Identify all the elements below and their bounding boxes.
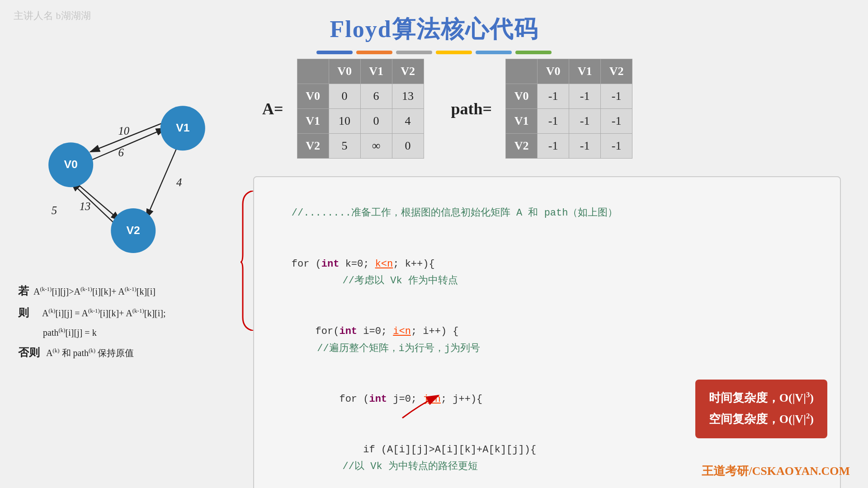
svg-text:V0: V0 [64,158,78,170]
bar-green [515,51,552,54]
formula-then-label: 则 [18,302,29,324]
complexity-time: 时间复杂度，O(|V|3) [709,388,814,409]
edge-weight-10: 10 [118,125,129,137]
matrix-path-cell-v0-v0: -1 [538,84,569,109]
matrix-a-cell-v0-v2: 13 [392,84,424,109]
matrix-a-table: V0 V1 V2 V0 0 6 13 V1 10 0 4 [297,59,424,159]
branding: 王道考研/CSKAOYAN.COM [702,463,850,479]
graph-svg: 10 6 13 5 4 V0 V1 V2 [18,72,244,253]
matrices-area: A= V0 V1 V2 V0 0 6 13 V1 10 [262,59,632,159]
bar-blue [316,51,353,54]
matrix-path-cell-v1-v1: -1 [569,109,601,134]
bar-orange [356,51,392,54]
matrix-a-cell-v2-v1: ∞ [360,134,392,159]
matrix-a-cell-v0-v1: 6 [360,84,392,109]
matrix-path-cell-v2-v2: -1 [601,134,632,159]
matrix-a-cell-v2-v2: 0 [392,134,424,159]
complexity-box: 时间复杂度，O(|V|3) 空间复杂度，O(|V|2) [695,380,827,438]
matrix-a-cell-v0-v0: 0 [329,84,360,109]
code-line1: for (int k=0; k<n; k++){ //考虑以 Vk 作为中转点 [268,239,826,306]
formula-condition-label: 若 [18,280,29,302]
matrix-a-cell-v1-v0: 10 [329,109,360,134]
matrix-path-cell-v2-v1: -1 [569,134,601,159]
code-line2: for(int i=0; i<n; i++) { //遍历整个矩阵，i为行号，j… [268,306,826,374]
complexity-space: 空间复杂度，O(|V|2) [709,409,814,430]
svg-text:V2: V2 [127,224,140,236]
matrix-a-header-empty [297,59,329,84]
matrix-a-cell-v1-v2: 4 [392,109,424,134]
matrix-path-cell-v1-v2: -1 [601,109,632,134]
svg-line-5 [146,139,180,219]
matrix-a-header-v2: V2 [392,59,424,84]
matrix-a-cell-v1-v1: 0 [360,109,392,134]
matrix-path-row-v1-header: V1 [506,109,538,134]
matrix-path-row-v0-header: V0 [506,84,538,109]
color-bar [0,51,868,54]
svg-text:V1: V1 [176,122,190,134]
matrix-path-cell-v2-v0: -1 [538,134,569,159]
matrix-a-wrapper: A= V0 V1 V2 V0 0 6 13 V1 10 [262,59,424,159]
header: Floyd算法核心代码 [0,0,868,54]
red-brace-svg [241,191,256,331]
edge-weight-5: 5 [52,204,57,216]
formula-else-label: 否则 [18,342,40,363]
matrix-path-header-v1: V1 [569,59,601,84]
matrix-a-header-v0: V0 [329,59,360,84]
code-comment-init: //........准备工作，根据图的信息初始化矩阵 A 和 path（如上图） [268,188,826,239]
formula-row-else: 否则 A(k) 和 path(k) 保持原值 [18,342,165,363]
formula-path-text: path(k)[i][j] = k [43,324,97,342]
bar-yellow [436,51,472,54]
bar-gray [396,51,432,54]
matrix-path-header-v0: V0 [538,59,569,84]
matrix-path-cell-v0-v2: -1 [601,84,632,109]
matrix-a-label: A= [262,99,283,118]
matrix-a-row-v2-header: V2 [297,134,329,159]
matrix-path-header-v2: V2 [601,59,632,84]
formula-condition-text: A(k-1)[i][j]>A(k-1)[i][k]+ A(k-1)[k][i] [33,282,156,300]
edge-weight-6: 6 [118,146,124,159]
matrix-a-row-v0-header: V0 [297,84,329,109]
svg-line-4 [71,182,114,223]
matrix-path-row-v2-header: V2 [506,134,538,159]
page-title: Floyd算法核心代码 [0,14,868,45]
bar-lightblue [476,51,512,54]
matrix-path-cell-v0-v1: -1 [569,84,601,109]
matrix-a-row-v1-header: V1 [297,109,329,134]
matrix-path-wrapper: path= V0 V1 V2 V0 -1 -1 -1 V1 [451,59,633,159]
formula-else-text: A(k) 和 path(k) 保持原值 [44,344,134,362]
formula-area: 若 A(k-1)[i][j]>A(k-1)[i][k]+ A(k-1)[k][i… [18,280,165,363]
matrix-path-header-empty [506,59,538,84]
code-area: //........准备工作，根据图的信息初始化矩阵 A 和 path（如上图）… [253,176,841,488]
matrix-path-table: V0 V1 V2 V0 -1 -1 -1 V1 -1 -1 -1 [505,59,632,159]
graph-area: 10 6 13 5 4 V0 V1 V2 [18,72,244,262]
edge-weight-4: 4 [176,176,182,188]
matrix-a-cell-v2-v0: 5 [329,134,360,159]
matrix-path-cell-v1-v0: -1 [538,109,569,134]
formula-row-path: path(k)[i][j] = k [43,324,165,342]
matrix-a-header-v1: V1 [360,59,392,84]
watermark: 主讲人名 b湖湖湖 [14,9,91,23]
formula-then-text1: A(k)[i][j] = A(k-1)[i][k]+ A(k-1)[k][i]; [33,304,165,322]
arrow-to-complexity [393,386,448,422]
formula-row-then: 则 A(k)[i][j] = A(k-1)[i][k]+ A(k-1)[k][i… [18,302,165,324]
edge-weight-13: 13 [80,200,91,212]
matrix-path-label: path= [451,99,492,118]
formula-row-condition: 若 A(k-1)[i][j]>A(k-1)[i][k]+ A(k-1)[k][i… [18,280,165,302]
